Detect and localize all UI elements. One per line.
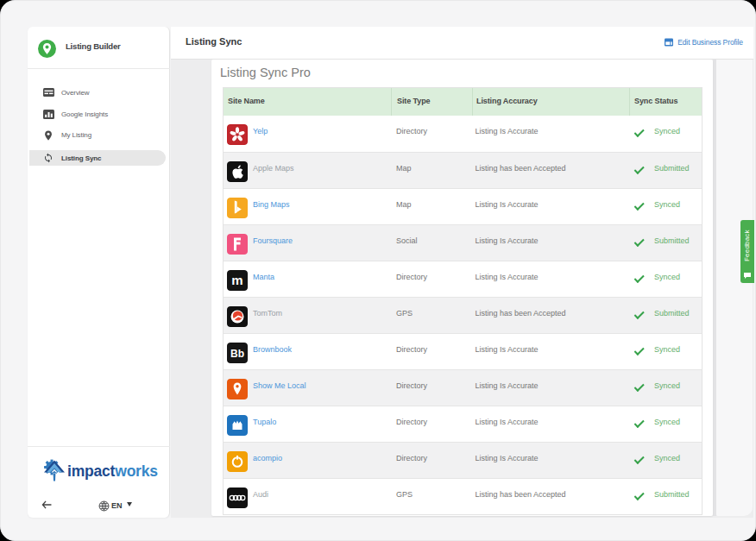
svg-text:m: m <box>231 273 243 287</box>
svg-text:Bb: Bb <box>230 348 244 360</box>
